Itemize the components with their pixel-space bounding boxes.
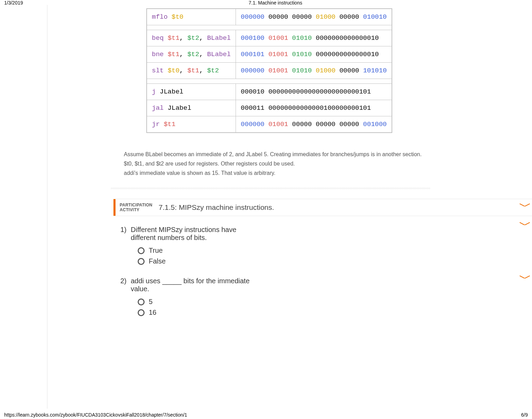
question-2: 2) addi uses _____ bits for the immediat… <box>120 277 525 319</box>
print-title: 7.1. Machine instructions <box>249 0 302 6</box>
asm-cell: mflo $t0 <box>147 9 236 25</box>
instruction-table: mflo $t0000000 00000 00000 01000 00000 0… <box>146 8 392 133</box>
table-row: j JLabel000010 0000000000000000000000010… <box>147 84 392 100</box>
option-false[interactable]: False <box>138 257 255 265</box>
binary-cell: 000000 01001 01010 01000 00000 101010 <box>236 63 392 79</box>
notes-block: Assume BLabel becomes an immediate of 2,… <box>124 150 428 178</box>
binary-cell: 000010 00000000000000000000000101 <box>236 84 392 100</box>
radio-icon <box>138 298 145 305</box>
radio-icon <box>138 258 145 265</box>
radio-icon <box>138 247 145 254</box>
table-row: bne $t1, $t2, BLabel000101 01001 01010 0… <box>147 46 392 63</box>
pa-tag-line: PARTICIPATION <box>120 203 153 207</box>
chevron-down-icon <box>520 222 530 225</box>
option-label: 5 <box>149 298 153 306</box>
pa-tag-line: ACTIVITY <box>120 207 153 212</box>
asm-cell: bne $t1, $t2, BLabel <box>147 46 236 63</box>
binary-cell: 000101 01001 01010 0000000000000010 <box>236 46 392 63</box>
print-date: 1/3/2019 <box>4 0 23 6</box>
asm-cell: jr $t1 <box>147 116 236 133</box>
table-row: jr $t1000000 01001 00000 00000 00000 001… <box>147 116 392 133</box>
asm-cell: jal JLabel <box>147 100 236 116</box>
asm-cell: j JLabel <box>147 84 236 100</box>
radio-icon <box>138 309 145 316</box>
question-text: addi uses _____ bits for the immediate v… <box>131 277 255 293</box>
binary-cell: 000000 01001 00000 00000 00000 001000 <box>236 116 392 133</box>
question-1: 1) Different MIPSzy instructions have di… <box>120 226 525 268</box>
binary-cell: 000000 00000 00000 01000 00000 010010 <box>236 9 392 25</box>
print-url: https://learn.zybooks.com/zybook/FIUCDA3… <box>4 412 187 418</box>
table-row: mflo $t0000000 00000 00000 01000 00000 0… <box>147 9 392 25</box>
asm-cell: beq $t1, $t2, BLabel <box>147 30 236 46</box>
pa-tag: PARTICIPATION ACTIVITY <box>120 203 153 213</box>
question-number: 1) <box>120 226 131 268</box>
option-true[interactable]: True <box>138 247 255 255</box>
binary-cell: 000011 00000000000000100000000101 <box>236 100 392 116</box>
option-5[interactable]: 5 <box>138 298 255 306</box>
option-label: True <box>149 247 163 255</box>
pa-body: 1) Different MIPSzy instructions have di… <box>113 216 532 319</box>
pa-title: 7.1.5: MIPSzy machine instructions. <box>159 203 274 212</box>
binary-cell: 000100 01001 01010 0000000000000010 <box>236 30 392 46</box>
table-row <box>147 79 392 84</box>
question-number: 2) <box>120 277 131 319</box>
print-page: 6/9 <box>521 412 528 418</box>
asm-cell: slt $t0, $t1, $t2 <box>147 63 236 79</box>
participation-activity: PARTICIPATION ACTIVITY 7.1.5: MIPSzy mac… <box>113 199 532 320</box>
table-row: jal JLabel000011 00000000000000100000000… <box>147 100 392 116</box>
table-row: slt $t0, $t1, $t2000000 01001 01010 0100… <box>147 63 392 79</box>
note-line: addi's immediate value is shown as 15. T… <box>124 168 428 178</box>
note-line: $t0, $t1, and $t2 are used for registers… <box>124 159 428 168</box>
question-text: Different MIPSzy instructions have diffe… <box>131 226 255 242</box>
note-line: Assume BLabel becomes an immediate of 2,… <box>124 150 428 159</box>
option-label: False <box>149 257 166 265</box>
pa-header: PARTICIPATION ACTIVITY 7.1.5: MIPSzy mac… <box>113 199 532 216</box>
table-row <box>147 25 392 30</box>
option-label: 16 <box>149 309 156 317</box>
option-16[interactable]: 16 <box>138 309 255 317</box>
table-row: beq $t1, $t2, BLabel000100 01001 01010 0… <box>147 30 392 46</box>
vertical-divider <box>47 5 47 409</box>
